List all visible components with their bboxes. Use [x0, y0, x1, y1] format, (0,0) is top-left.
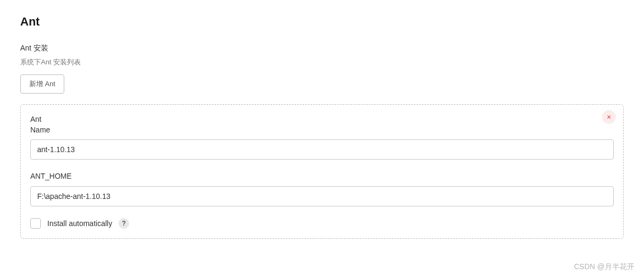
- section-subheading: 系统下Ant 安装列表: [20, 57, 624, 67]
- watermark: CSDN @月半花开: [574, 262, 634, 272]
- name-label-text: Name: [30, 126, 50, 134]
- home-field-label: ANT_HOME: [30, 171, 614, 182]
- help-icon[interactable]: ?: [118, 218, 129, 229]
- name-field-label: Ant Name: [30, 114, 614, 135]
- close-icon: ×: [607, 113, 611, 121]
- type-label-text: Ant: [30, 115, 41, 123]
- add-ant-button[interactable]: 新增 Ant: [20, 74, 64, 94]
- home-field-group: ANT_HOME: [30, 171, 614, 206]
- auto-install-checkbox[interactable]: [30, 218, 41, 229]
- ant-home-input[interactable]: [30, 186, 614, 206]
- auto-install-label: Install automatically: [47, 219, 112, 228]
- name-input[interactable]: [30, 139, 614, 160]
- section-heading: Ant 安装: [20, 44, 624, 53]
- page-title: Ant: [20, 15, 624, 29]
- name-field-group: Ant Name: [30, 114, 614, 160]
- installation-box: × Ant Name ANT_HOME Install automaticall…: [20, 104, 624, 239]
- auto-install-row: Install automatically ?: [30, 218, 614, 229]
- delete-button[interactable]: ×: [602, 110, 616, 124]
